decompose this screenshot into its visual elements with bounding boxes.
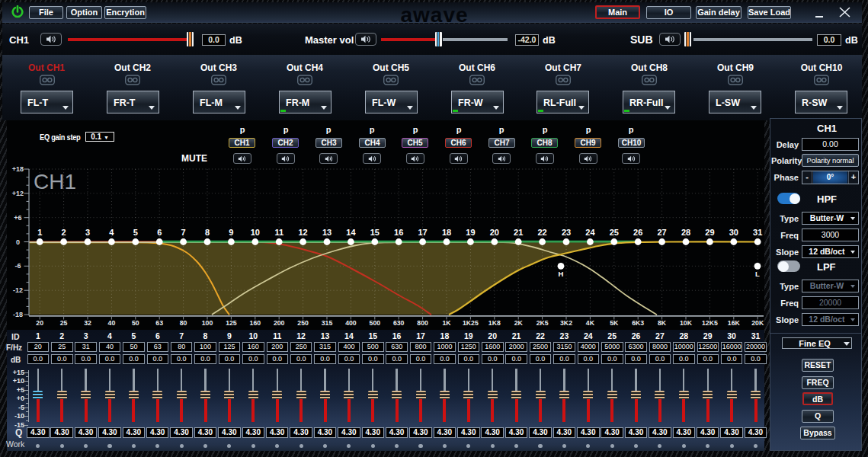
- svg-text:18: 18: [442, 228, 451, 237]
- svg-text:4: 4: [109, 228, 114, 237]
- svg-text:500: 500: [370, 319, 381, 327]
- svg-text:2K: 2K: [514, 319, 524, 327]
- svg-text:CH1: CH1: [34, 170, 76, 193]
- svg-text:16K: 16K: [728, 319, 741, 327]
- svg-text:2K5: 2K5: [536, 319, 549, 327]
- svg-text:3: 3: [85, 228, 90, 237]
- svg-text:6: 6: [157, 228, 162, 237]
- svg-text:-18: -18: [13, 311, 23, 318]
- svg-text:15: 15: [370, 228, 380, 237]
- svg-text:20: 20: [490, 228, 499, 237]
- svg-text:1: 1: [37, 228, 42, 237]
- svg-text:20K: 20K: [751, 319, 764, 327]
- svg-text:14: 14: [346, 228, 356, 237]
- svg-text:12: 12: [298, 228, 307, 237]
- svg-text:27: 27: [657, 228, 666, 237]
- svg-text:30: 30: [729, 228, 738, 237]
- svg-text:32: 32: [84, 319, 91, 327]
- svg-text:10: 10: [251, 228, 260, 237]
- svg-text:H: H: [559, 270, 564, 278]
- svg-text:9: 9: [229, 228, 233, 237]
- svg-text:19: 19: [466, 228, 475, 237]
- svg-text:24: 24: [585, 228, 595, 237]
- svg-text:13: 13: [322, 228, 332, 237]
- svg-text:-6: -6: [14, 262, 21, 270]
- svg-text:+12: +12: [12, 190, 24, 197]
- svg-text:1K8: 1K8: [488, 319, 501, 327]
- svg-text:25: 25: [60, 319, 68, 327]
- svg-text:50: 50: [132, 319, 139, 327]
- svg-text:315: 315: [322, 319, 333, 327]
- svg-text:800: 800: [417, 319, 428, 327]
- svg-text:125: 125: [226, 319, 237, 327]
- svg-text:16: 16: [394, 228, 403, 237]
- svg-text:3K2: 3K2: [560, 319, 572, 327]
- svg-text:4K: 4K: [586, 319, 595, 327]
- svg-text:7: 7: [181, 228, 186, 237]
- svg-text:8K: 8K: [658, 319, 667, 327]
- svg-text:6K3: 6K3: [632, 319, 644, 327]
- svg-text:400: 400: [345, 319, 357, 327]
- svg-text:160: 160: [250, 319, 261, 327]
- svg-text:28: 28: [681, 228, 690, 237]
- svg-text:+6: +6: [14, 214, 21, 222]
- svg-text:25: 25: [610, 228, 619, 237]
- svg-text:+18: +18: [12, 165, 24, 173]
- svg-text:2: 2: [62, 228, 66, 237]
- svg-text:1K: 1K: [442, 319, 451, 327]
- svg-text:29: 29: [705, 228, 714, 237]
- svg-text:31: 31: [753, 228, 762, 237]
- svg-text:10K: 10K: [680, 319, 693, 327]
- svg-text:11: 11: [274, 228, 283, 237]
- svg-text:63: 63: [155, 319, 163, 327]
- svg-text:100: 100: [202, 319, 213, 327]
- svg-text:21: 21: [514, 228, 523, 237]
- svg-text:20: 20: [36, 319, 43, 327]
- svg-text:80: 80: [180, 319, 187, 327]
- svg-text:250: 250: [297, 319, 309, 327]
- svg-text:200: 200: [274, 319, 285, 327]
- svg-text:5K: 5K: [610, 319, 619, 327]
- svg-text:L: L: [755, 270, 760, 278]
- svg-text:-12: -12: [13, 286, 23, 294]
- svg-text:1K25: 1K25: [463, 319, 479, 327]
- svg-text:5: 5: [133, 228, 138, 237]
- svg-text:8: 8: [205, 228, 210, 237]
- svg-text:12K5: 12K5: [702, 319, 718, 327]
- svg-text:40: 40: [108, 319, 116, 327]
- svg-text:22: 22: [537, 228, 546, 237]
- svg-text:17: 17: [418, 228, 427, 237]
- svg-text:630: 630: [393, 319, 405, 327]
- svg-text:26: 26: [633, 228, 642, 237]
- svg-text:0: 0: [16, 238, 20, 246]
- svg-text:23: 23: [562, 228, 571, 237]
